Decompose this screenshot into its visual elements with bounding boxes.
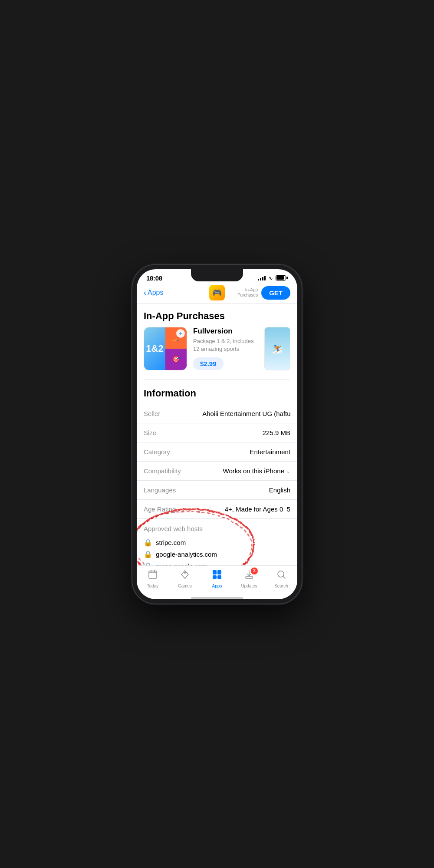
info-row-languages: Languages English [137, 481, 297, 500]
tab-search-label: Search [274, 584, 288, 588]
compatibility-label: Compatibility [144, 467, 181, 475]
signal-icon [258, 275, 266, 281]
home-indicator [191, 597, 243, 599]
tab-today-label: Today [147, 584, 159, 588]
status-icons: ∿ [258, 275, 288, 281]
compatibility-value: Works on this iPhone ⌄ [223, 467, 290, 475]
nav-subtitle: In-App Purchases [237, 287, 258, 298]
info-section-title: Information [137, 381, 297, 404]
phone-device: 18:08 ∿ ‹ App [132, 265, 302, 604]
status-bar: 18:08 ∿ [137, 269, 297, 284]
iap-image: 1&2 🏒 🎯 + [144, 327, 187, 370]
age-rating-value: 4+, Made for Ages 0–5 [225, 505, 290, 513]
info-row-compatibility[interactable]: Compatibility Works on this iPhone ⌄ [137, 462, 297, 481]
lock-icon-maps-google: 🔒 [144, 562, 152, 565]
updates-icon: 3 [244, 569, 254, 582]
iap-name: Fullversion [193, 327, 258, 336]
svg-rect-7 [213, 575, 217, 579]
notch [191, 269, 243, 281]
web-host-item-google-analytics: 🔒 google-analytics.com [144, 548, 290, 560]
wifi-icon: ∿ [268, 275, 273, 281]
iap-desc: Package 1 & 2, includes 12 amazing sport… [193, 337, 258, 353]
section-divider [144, 379, 290, 380]
info-row-age-rating: Age Rating 4+, Made for Ages 0–5 [137, 500, 297, 519]
today-icon [148, 569, 158, 582]
svg-rect-8 [217, 575, 221, 579]
scroll-content[interactable]: In-App Purchases 1&2 🏒 🎯 + Fullversion P… [137, 304, 297, 565]
languages-value: English [269, 486, 290, 494]
svg-rect-11 [246, 577, 253, 578]
svg-point-6 [184, 572, 186, 574]
svg-rect-2 [149, 571, 157, 578]
apps-icon [212, 569, 222, 582]
svg-point-12 [278, 571, 284, 577]
back-button[interactable]: ‹ Apps [144, 288, 163, 297]
back-chevron-icon: ‹ [144, 288, 146, 297]
size-value: 225.9 MB [263, 429, 290, 436]
battery-icon [276, 275, 288, 281]
get-button[interactable]: GET [261, 286, 290, 300]
tab-search[interactable]: Search [268, 569, 294, 588]
tab-updates-label: Updates [241, 584, 257, 588]
tab-apps[interactable]: Apps [204, 569, 230, 588]
nav-bar: ‹ Apps 🎮 In-App Purchases GET [137, 284, 297, 304]
category-value: Entertainment [250, 448, 290, 455]
tab-games-label: Games [178, 584, 192, 588]
web-host-url-maps-google: maps.google.com [156, 562, 207, 565]
iap-card: 1&2 🏒 🎯 + Fullversion Package 1 & 2, inc… [137, 327, 297, 377]
tab-apps-label: Apps [212, 584, 222, 588]
svg-rect-10 [217, 570, 221, 574]
phone-screen: 18:08 ∿ ‹ App [137, 269, 297, 599]
web-host-url-stripe: stripe.com [156, 539, 186, 546]
nav-right: In-App Purchases GET [237, 286, 290, 300]
iap-price-button[interactable]: $2.99 [193, 357, 224, 370]
web-hosts-title: Approved web hosts [144, 525, 290, 532]
web-host-item-stripe: 🔒 stripe.com [144, 537, 290, 548]
info-row-seller[interactable]: Seller Ahoiii Entertainment UG (haftungs… [137, 404, 297, 423]
plus-badge: + [176, 329, 185, 338]
tab-today[interactable]: Today [140, 569, 166, 588]
size-label: Size [144, 429, 156, 436]
seller-label: Seller [144, 410, 160, 417]
iap-img-cell-1: 1&2 [144, 327, 165, 370]
iap-section-title: In-App Purchases [137, 304, 297, 327]
web-host-url-google-analytics: google-analytics.com [156, 551, 217, 558]
status-time: 18:08 [146, 274, 162, 282]
iap-info: Fullversion Package 1 & 2, includes 12 a… [193, 327, 258, 370]
languages-label: Languages [144, 486, 176, 494]
compatibility-chevron-icon: ⌄ [286, 468, 290, 474]
svg-line-13 [283, 576, 286, 578]
svg-rect-9 [213, 570, 217, 574]
iap-img-cell-3: 🎯 [165, 349, 187, 370]
age-rating-label: Age Rating [144, 505, 176, 513]
web-host-item-maps-google: 🔒 maps.google.com [144, 560, 290, 565]
tab-updates[interactable]: 3 Updates [236, 569, 262, 588]
category-label: Category [144, 448, 170, 455]
games-icon [180, 569, 190, 582]
lock-icon-google-analytics: 🔒 [144, 550, 152, 558]
iap-preview-image: ⛷️ [264, 327, 290, 370]
tab-games[interactable]: Games [172, 569, 198, 588]
app-icon: 🎮 [209, 285, 225, 300]
tab-bar: Today Games [137, 565, 297, 597]
info-row-category: Category Entertainment [137, 442, 297, 462]
lock-icon-stripe: 🔒 [144, 538, 152, 547]
info-row-size: Size 225.9 MB [137, 423, 297, 442]
back-label: Apps [148, 289, 163, 297]
updates-badge: 3 [251, 568, 258, 574]
seller-value: Ahoiii Entertainment UG (haftungsbes... … [202, 410, 290, 417]
search-icon [276, 569, 286, 582]
web-hosts-section: Approved web hosts 🔒 stripe.com 🔒 google… [137, 519, 297, 565]
